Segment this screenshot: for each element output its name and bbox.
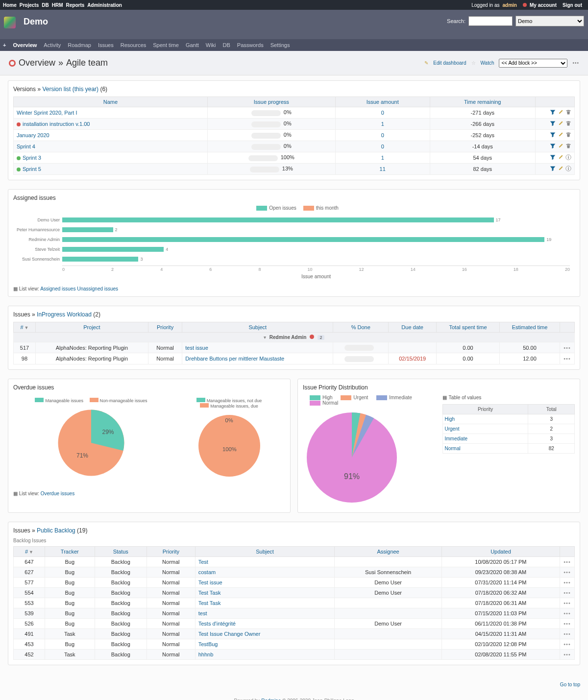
filter-icon[interactable]	[550, 132, 556, 139]
version-link[interactable]: installation instruction v.1.00	[23, 121, 90, 127]
col-updated[interactable]: Updated	[441, 547, 560, 557]
issue-subject-link[interactable]: Test Task	[198, 590, 221, 596]
project-jump-select[interactable]: Demo	[515, 16, 584, 26]
topmenu-home[interactable]: Home	[3, 2, 17, 8]
more-actions-icon[interactable]: •••	[572, 60, 579, 66]
edit-icon[interactable]	[558, 143, 564, 150]
col-issue amount[interactable]: Issue amount	[335, 97, 430, 107]
col-total-spent-time[interactable]: Total spent time	[436, 322, 499, 333]
col-subject[interactable]: Subject	[195, 547, 335, 557]
workload-link[interactable]: InProgress Workload	[37, 311, 92, 318]
version-link[interactable]: Sprint 4	[17, 144, 35, 149]
issue-subject-link[interactable]: test issue	[185, 345, 208, 351]
backlog-link[interactable]: Public Backlog	[37, 527, 75, 534]
admin-user-link[interactable]: admin	[503, 2, 517, 8]
issue-subject-link[interactable]: Test Issue Change Owner	[198, 631, 261, 637]
redmine-link[interactable]: Redmine	[261, 698, 281, 700]
mainmenu-issues[interactable]: Issues	[98, 42, 114, 48]
delete-icon[interactable]	[565, 143, 571, 150]
row-actions-icon[interactable]: •••	[560, 353, 575, 364]
version-link[interactable]: Sprint 3	[23, 155, 41, 161]
search-input[interactable]	[468, 16, 513, 26]
chevron-down-icon[interactable]: ▾	[264, 335, 266, 340]
issue-amount-link[interactable]: 1	[381, 121, 384, 127]
filter-icon[interactable]	[550, 143, 556, 150]
col-priority[interactable]: Priority	[147, 547, 195, 557]
col-assignee[interactable]: Assignee	[335, 547, 442, 557]
issue-subject-link[interactable]: Test	[198, 559, 208, 565]
row-actions-icon[interactable]: •••	[560, 598, 575, 608]
issue-subject-link[interactable]: Test issue	[198, 579, 222, 585]
watch-link[interactable]: Watch	[481, 60, 494, 66]
row-actions-icon[interactable]: •••	[560, 639, 575, 650]
issue-amount-link[interactable]: 0	[381, 132, 384, 138]
row-actions-icon[interactable]: •••	[560, 588, 575, 598]
col-priority[interactable]: Priority	[442, 404, 528, 414]
row-actions-icon[interactable]: •••	[560, 342, 575, 353]
mainmenu-db[interactable]: DB	[223, 42, 230, 48]
edit-icon[interactable]	[558, 121, 564, 127]
mainmenu-wiki[interactable]: Wiki	[206, 42, 216, 48]
add-block-select[interactable]: << Add block >>	[499, 59, 567, 68]
listview-link[interactable]: Assigned issues	[40, 286, 75, 291]
filter-icon[interactable]	[550, 121, 556, 127]
col-time remaining[interactable]: Time remaining	[430, 97, 535, 107]
row-actions-icon[interactable]: •••	[560, 557, 575, 567]
mainmenu-overview[interactable]: Overview	[13, 42, 37, 48]
edit-icon[interactable]	[558, 166, 564, 172]
edit-icon[interactable]	[558, 154, 564, 161]
add-icon[interactable]: +	[3, 42, 6, 48]
topmenu-projects[interactable]: Projects	[20, 2, 39, 8]
col-tracker[interactable]: Tracker	[45, 547, 95, 557]
topmenu-reports[interactable]: Reports	[66, 2, 85, 8]
edit-icon[interactable]	[558, 109, 564, 116]
issue-subject-link[interactable]: Tests d'intégrité	[198, 621, 236, 627]
row-actions-icon[interactable]: •••	[560, 608, 575, 619]
delete-icon[interactable]	[565, 121, 571, 127]
priority-link[interactable]: Immediate	[445, 436, 468, 441]
listview-link[interactable]: Unassigned issues	[77, 286, 118, 291]
delete-icon[interactable]	[565, 109, 571, 116]
col-total[interactable]: Total	[528, 404, 575, 414]
issue-amount-link[interactable]: 11	[380, 166, 386, 172]
mainmenu-settings[interactable]: Settings	[270, 42, 290, 48]
row-actions-icon[interactable]: •••	[560, 567, 575, 578]
issue-subject-link[interactable]: Test Task	[198, 600, 221, 606]
topmenu-administration[interactable]: Administration	[87, 2, 122, 8]
col-issue progress[interactable]: Issue progress	[207, 97, 335, 107]
overdue-issues-link[interactable]: Overdue issues	[41, 491, 74, 496]
mainmenu-gantt[interactable]: Gantt	[186, 42, 199, 48]
version-list-link[interactable]: Version list (this year)	[42, 86, 98, 93]
priority-link[interactable]: Normal	[445, 446, 461, 451]
priority-link[interactable]: High	[445, 416, 455, 422]
col-priority[interactable]: Priority	[148, 322, 182, 333]
issue-subject-link[interactable]: Drehbare Buttons per mittlerer Maustaste	[185, 356, 284, 362]
topmenu-hrm[interactable]: HRM	[52, 2, 63, 8]
mainmenu-spent time[interactable]: Spent time	[153, 42, 179, 48]
filter-icon[interactable]	[550, 166, 556, 172]
mainmenu-roadmap[interactable]: Roadmap	[68, 42, 91, 48]
mainmenu-resources[interactable]: Resources	[121, 42, 147, 48]
table-of-values-toggle[interactable]: ▦ Table of values	[442, 395, 575, 400]
col-subject[interactable]: Subject	[182, 322, 333, 333]
issue-amount-link[interactable]: 0	[381, 110, 384, 116]
my-account-link[interactable]: My account	[530, 2, 557, 8]
row-actions-icon[interactable]: •••	[560, 629, 575, 639]
col-due-date[interactable]: Due date	[389, 322, 437, 333]
issue-subject-link[interactable]: hhhnb	[198, 652, 214, 657]
col--done[interactable]: % Done	[333, 322, 389, 333]
row-actions-icon[interactable]: •••	[560, 650, 575, 660]
issue-subject-link[interactable]: test	[198, 610, 207, 616]
col--[interactable]: #▼	[14, 322, 36, 333]
issue-subject-link[interactable]: TestBug	[198, 641, 218, 647]
filter-icon[interactable]	[550, 109, 556, 116]
priority-link[interactable]: Urgent	[445, 426, 460, 432]
edit-icon[interactable]	[558, 132, 564, 139]
col--[interactable]: #▼	[14, 547, 45, 557]
issue-amount-link[interactable]: 1	[381, 155, 384, 161]
go-to-top-link[interactable]: Go to top	[560, 682, 580, 687]
version-link[interactable]: January 2020	[17, 132, 49, 138]
sign-out-link[interactable]: Sign out	[563, 2, 582, 8]
col-name[interactable]: Name	[14, 97, 208, 107]
info-icon[interactable]	[565, 166, 571, 172]
